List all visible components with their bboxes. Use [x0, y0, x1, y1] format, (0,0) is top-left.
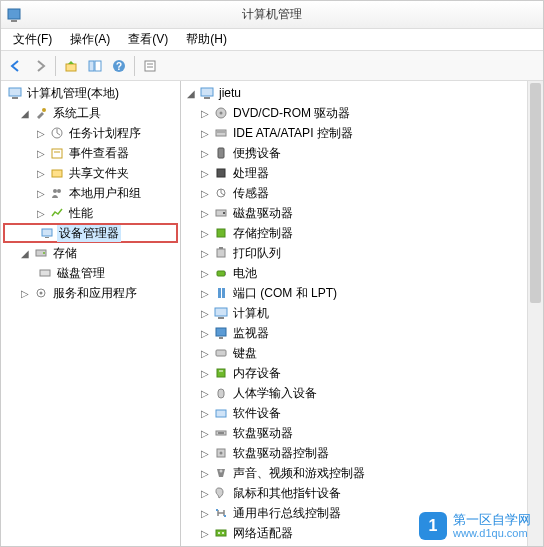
device-category[interactable]: ▷传感器 — [183, 183, 541, 203]
event-icon — [49, 145, 65, 161]
device-icon — [213, 445, 229, 461]
device-category[interactable]: ▷处理器 — [183, 163, 541, 183]
expand-icon[interactable]: ▷ — [199, 368, 211, 379]
device-label: IDE ATA/ATAPI 控制器 — [231, 125, 355, 142]
expand-icon[interactable]: ▷ — [199, 428, 211, 439]
device-category[interactable]: ▷计算机 — [183, 303, 541, 323]
expand-icon[interactable]: ▷ — [199, 388, 211, 399]
expand-icon[interactable]: ▷ — [35, 168, 47, 179]
svg-text:?: ? — [116, 61, 122, 72]
device-category[interactable]: ▷磁盘驱动器 — [183, 203, 541, 223]
device-icon — [213, 205, 229, 221]
expand-icon[interactable]: ▷ — [199, 448, 211, 459]
menu-file[interactable]: 文件(F) — [5, 29, 60, 50]
svg-rect-32 — [218, 148, 224, 158]
tree-storage[interactable]: ◢存储 — [3, 243, 178, 263]
expand-icon[interactable]: ▷ — [199, 468, 211, 479]
menu-action[interactable]: 操作(A) — [62, 29, 118, 50]
expand-icon[interactable]: ▷ — [199, 128, 211, 139]
device-category[interactable]: ▷软盘驱动器 — [183, 423, 541, 443]
device-tree[interactable]: ◢jietu ▷DVD/CD-ROM 驱动器▷IDE ATA/ATAPI 控制器… — [181, 81, 543, 545]
show-hide-tree-button[interactable] — [84, 55, 106, 77]
collapse-icon[interactable]: ◢ — [185, 88, 197, 99]
device-category[interactable]: ▷监视器 — [183, 323, 541, 343]
device-category[interactable]: ▷IDE ATA/ATAPI 控制器 — [183, 123, 541, 143]
device-category[interactable]: ▷打印队列 — [183, 243, 541, 263]
device-category[interactable]: ▷便携设备 — [183, 143, 541, 163]
expand-icon[interactable]: ▷ — [199, 148, 211, 159]
expand-icon[interactable]: ▷ — [199, 168, 211, 179]
menu-view[interactable]: 查看(V) — [120, 29, 176, 50]
tree-system-tools[interactable]: ◢系统工具 — [3, 103, 178, 123]
tree-disk-mgmt[interactable]: 磁盘管理 — [3, 263, 178, 283]
device-category[interactable]: ▷存储控制器 — [183, 223, 541, 243]
console-tree[interactable]: 计算机管理(本地) ◢系统工具 ▷任务计划程序 ▷事件查看器 ▷共享文件夹 ▷本… — [1, 81, 180, 305]
device-icon — [213, 505, 229, 521]
device-category[interactable]: ▷人体学输入设备 — [183, 383, 541, 403]
tree-local-users[interactable]: ▷本地用户和组 — [3, 183, 178, 203]
device-category[interactable]: ▷DVD/CD-ROM 驱动器 — [183, 103, 541, 123]
device-icon — [213, 165, 229, 181]
expand-icon[interactable]: ▷ — [35, 128, 47, 139]
expand-icon[interactable]: ▷ — [199, 348, 211, 359]
svg-point-36 — [223, 212, 225, 214]
expand-icon[interactable]: ▷ — [199, 188, 211, 199]
device-icon — [213, 285, 229, 301]
expand-icon[interactable]: ▷ — [35, 208, 47, 219]
device-root[interactable]: ◢jietu — [183, 83, 541, 103]
svg-point-61 — [218, 532, 220, 534]
tree-performance[interactable]: ▷性能 — [3, 203, 178, 223]
up-button[interactable] — [60, 55, 82, 77]
back-button[interactable] — [5, 55, 27, 77]
collapse-icon[interactable]: ◢ — [19, 108, 31, 119]
expand-icon[interactable]: ▷ — [199, 248, 211, 259]
expand-icon[interactable]: ▷ — [35, 188, 47, 199]
tree-shared-folders[interactable]: ▷共享文件夹 — [3, 163, 178, 183]
tree-root[interactable]: 计算机管理(本地) — [3, 83, 178, 103]
expand-icon[interactable]: ▷ — [199, 208, 211, 219]
expand-icon[interactable]: ▷ — [19, 288, 31, 299]
collapse-icon[interactable]: ◢ — [19, 248, 31, 259]
help-button[interactable]: ? — [108, 55, 130, 77]
expand-icon[interactable]: ▷ — [199, 288, 211, 299]
expand-icon[interactable]: ▷ — [199, 228, 211, 239]
device-category[interactable]: ▷软盘驱动器控制器 — [183, 443, 541, 463]
svg-rect-37 — [217, 229, 225, 237]
device-category[interactable]: ▷端口 (COM 和 LPT) — [183, 283, 541, 303]
device-category[interactable]: ▷内存设备 — [183, 363, 541, 383]
device-icon — [213, 325, 229, 341]
svg-rect-20 — [45, 237, 49, 238]
expand-icon[interactable]: ▷ — [199, 268, 211, 279]
device-label: 软盘驱动器 — [231, 425, 295, 442]
tree-task-scheduler[interactable]: ▷任务计划程序 — [3, 123, 178, 143]
svg-rect-3 — [89, 61, 94, 71]
svg-rect-44 — [215, 308, 227, 316]
tree-services-apps[interactable]: ▷服务和应用程序 — [3, 283, 178, 303]
expand-icon[interactable]: ▷ — [199, 408, 211, 419]
menu-help[interactable]: 帮助(H) — [178, 29, 235, 50]
device-category[interactable]: ▷电池 — [183, 263, 541, 283]
svg-rect-52 — [216, 410, 226, 417]
expand-icon[interactable]: ▷ — [199, 328, 211, 339]
device-label: 鼠标和其他指针设备 — [231, 485, 343, 502]
svg-rect-38 — [217, 249, 225, 257]
expand-icon[interactable]: ▷ — [199, 108, 211, 119]
tree-event-viewer[interactable]: ▷事件查看器 — [3, 143, 178, 163]
expand-icon[interactable]: ▷ — [199, 488, 211, 499]
vertical-scrollbar[interactable] — [527, 81, 543, 546]
expand-icon[interactable]: ▷ — [199, 528, 211, 539]
expand-icon[interactable]: ▷ — [199, 308, 211, 319]
device-category[interactable]: ▷声音、视频和游戏控制器 — [183, 463, 541, 483]
device-category[interactable]: ▷软件设备 — [183, 403, 541, 423]
scrollbar-thumb[interactable] — [530, 83, 541, 303]
tree-device-manager[interactable]: 设备管理器 — [3, 223, 178, 243]
device-category[interactable]: ▷键盘 — [183, 343, 541, 363]
forward-button[interactable] — [29, 55, 51, 77]
device-category[interactable]: ▷鼠标和其他指针设备 — [183, 483, 541, 503]
properties-button[interactable] — [139, 55, 161, 77]
svg-rect-58 — [216, 509, 218, 511]
device-label: 人体学输入设备 — [231, 385, 319, 402]
svg-rect-45 — [218, 317, 224, 319]
expand-icon[interactable]: ▷ — [199, 508, 211, 519]
expand-icon[interactable]: ▷ — [35, 148, 47, 159]
